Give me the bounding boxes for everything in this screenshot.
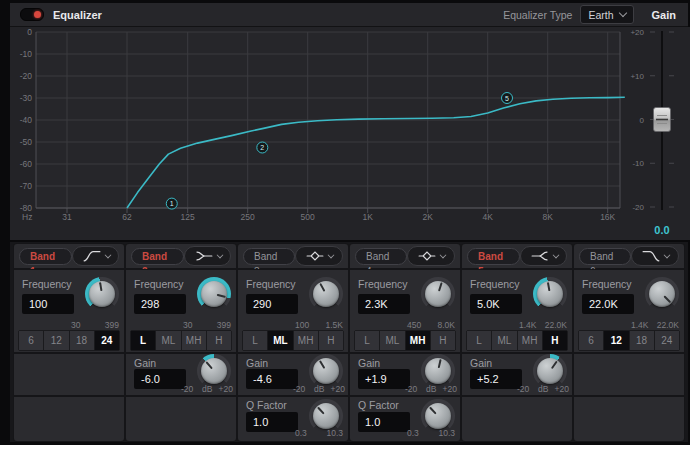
gain-min-label: -20 bbox=[517, 384, 529, 394]
gain-value[interactable]: -4.6 bbox=[246, 369, 298, 389]
selector-option-L[interactable]: L bbox=[243, 331, 267, 350]
filter-shape-select[interactable] bbox=[72, 246, 119, 266]
band-button-6[interactable]: Band 6 bbox=[579, 248, 631, 265]
gain-value[interactable]: +1.9 bbox=[358, 369, 410, 389]
frequency-knob[interactable] bbox=[85, 277, 119, 311]
frequency-min-label: 30 bbox=[183, 320, 192, 330]
page: Equalizer Equalizer Type Earth Gain 0-10… bbox=[0, 0, 700, 450]
low-shelf-icon bbox=[193, 249, 215, 263]
selector-option-6[interactable]: 6 bbox=[19, 331, 43, 350]
filter-shape-select[interactable] bbox=[631, 246, 679, 266]
frequency-value[interactable]: 22.0K bbox=[582, 294, 634, 314]
selector-option-L[interactable]: L bbox=[355, 331, 379, 350]
frequency-knob[interactable] bbox=[645, 277, 679, 311]
selector-option-ML[interactable]: ML bbox=[492, 331, 516, 350]
selector-option-H[interactable]: H bbox=[207, 331, 231, 350]
filter-shape-select[interactable] bbox=[520, 246, 567, 266]
band-button-1[interactable]: Band 1 bbox=[19, 248, 72, 265]
frequency-value[interactable]: 298 bbox=[134, 294, 186, 314]
selector-option-MH[interactable]: MH bbox=[406, 331, 430, 350]
gain-value[interactable]: +5.2 bbox=[470, 369, 522, 389]
gain-knob[interactable] bbox=[197, 354, 231, 388]
slider-scale-label: +10 bbox=[630, 72, 644, 81]
gain-knob[interactable] bbox=[421, 354, 455, 388]
selector-option-ML[interactable]: ML bbox=[268, 331, 292, 350]
y-tick-label: -30 bbox=[20, 93, 33, 103]
q-factor-section: Q Factor1.00.310.3 bbox=[350, 397, 460, 441]
y-tick-label: 0 bbox=[27, 27, 32, 37]
selector-option-6[interactable]: 6 bbox=[579, 331, 603, 350]
frequency-knob[interactable] bbox=[309, 277, 343, 311]
q-factor-section bbox=[574, 397, 684, 441]
band-handle-1[interactable]: 1 bbox=[166, 198, 177, 209]
filter-shape-select[interactable] bbox=[407, 246, 455, 266]
selector-option-12[interactable]: 12 bbox=[44, 331, 68, 350]
selector-option-12[interactable]: 12 bbox=[604, 331, 628, 350]
band-card-3: Band 3Frequency2901001.5KLMLMHHGain-4.6-… bbox=[238, 244, 348, 441]
y-tick-label: -50 bbox=[20, 137, 33, 147]
selector-option-MH[interactable]: MH bbox=[182, 331, 206, 350]
band-card-2: Band 2Frequency29830399LMLMHHGain-6.0-20… bbox=[126, 244, 236, 441]
frequency-max-label: 8.0K bbox=[438, 320, 456, 330]
frequency-section: Frequency29830399LMLMHH bbox=[126, 270, 236, 352]
selector-option-MH[interactable]: MH bbox=[518, 331, 542, 350]
selector-option-24[interactable]: 24 bbox=[655, 331, 679, 350]
frequency-knob[interactable] bbox=[421, 277, 455, 311]
frequency-value[interactable]: 5.0K bbox=[470, 294, 522, 314]
knob-face bbox=[649, 281, 675, 307]
band-card-6: Band 6Frequency22.0K1.4K22.0K6121824 bbox=[574, 244, 684, 441]
header: Equalizer Equalizer Type Earth Gain bbox=[10, 3, 688, 27]
gain-knob[interactable] bbox=[533, 354, 567, 388]
bands-section: Band 1Frequency100303996121824Band 2Freq… bbox=[10, 242, 688, 442]
equalizer-enable-toggle[interactable] bbox=[20, 8, 44, 21]
selector-option-18[interactable]: 18 bbox=[70, 331, 94, 350]
selector-option-24[interactable]: 24 bbox=[95, 331, 119, 350]
band-button-2[interactable]: Band 2 bbox=[131, 248, 184, 265]
selector-option-L[interactable]: L bbox=[467, 331, 491, 350]
knob-face bbox=[89, 281, 115, 307]
gain-min-label: -20 bbox=[293, 384, 305, 394]
x-tick-label: 31 bbox=[62, 212, 72, 222]
x-tick-label: 250 bbox=[241, 212, 255, 222]
x-tick-label: 4K bbox=[482, 212, 493, 222]
gain-knob[interactable] bbox=[309, 354, 343, 388]
q-max-label: 10.3 bbox=[438, 428, 455, 438]
gain-slider-value: 0.0 bbox=[654, 224, 669, 236]
frequency-min-label: 30 bbox=[71, 320, 80, 330]
band-button-3[interactable]: Band 3 bbox=[243, 248, 295, 265]
x-tick-label: 1K bbox=[362, 212, 373, 222]
frequency-knob[interactable] bbox=[533, 277, 567, 311]
selector-option-H[interactable]: H bbox=[431, 331, 455, 350]
gain-section: Gain-4.6-20dB+20 bbox=[238, 354, 348, 395]
gain-section bbox=[574, 354, 684, 395]
filter-shape-select[interactable] bbox=[295, 246, 343, 266]
selector-option-18[interactable]: 18 bbox=[630, 331, 654, 350]
band-handle-2[interactable]: 2 bbox=[257, 142, 268, 153]
gain-value[interactable]: -6.0 bbox=[134, 369, 186, 389]
selector-option-MH[interactable]: MH bbox=[294, 331, 318, 350]
selector-option-H[interactable]: H bbox=[543, 331, 567, 350]
gain-slider-handle[interactable] bbox=[654, 108, 671, 132]
power-led-icon bbox=[34, 11, 41, 18]
band-button-4[interactable]: Band 4 bbox=[355, 248, 407, 265]
equalizer-type-label: Equalizer Type bbox=[503, 9, 572, 21]
band-handle-5[interactable]: 5 bbox=[502, 93, 513, 104]
equalizer-type-select[interactable]: Earth bbox=[580, 5, 633, 24]
frequency-value[interactable]: 100 bbox=[22, 294, 74, 314]
slider-scale-label: -10 bbox=[632, 159, 644, 168]
selector-option-L[interactable]: L bbox=[131, 331, 155, 350]
selector-option-ML[interactable]: ML bbox=[380, 331, 404, 350]
q-factor-value[interactable]: 1.0 bbox=[358, 412, 410, 432]
y-tick-label: -60 bbox=[20, 159, 33, 169]
high-pass-icon bbox=[81, 249, 103, 263]
frequency-knob[interactable] bbox=[197, 277, 231, 311]
band-button-5[interactable]: Band 5 bbox=[467, 248, 520, 265]
q-factor-section bbox=[14, 397, 124, 441]
frequency-value[interactable]: 290 bbox=[246, 294, 298, 314]
frequency-value[interactable]: 2.3K bbox=[358, 294, 410, 314]
band-header-3: Band 3 bbox=[238, 244, 348, 268]
q-factor-value[interactable]: 1.0 bbox=[246, 412, 298, 432]
selector-option-H[interactable]: H bbox=[319, 331, 343, 350]
selector-option-ML[interactable]: ML bbox=[156, 331, 180, 350]
filter-shape-select[interactable] bbox=[184, 246, 231, 266]
